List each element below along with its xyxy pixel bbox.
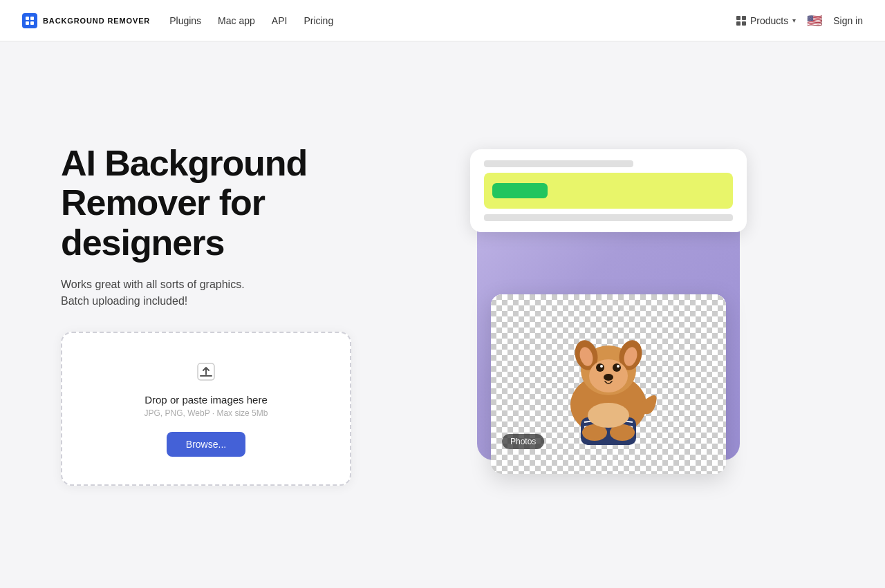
nav-link-plugins[interactable]: Plugins xyxy=(169,15,201,26)
logo-text: BACKGROUND REMOVER xyxy=(43,17,150,25)
logo-icon xyxy=(22,13,37,28)
ui-mockup-card xyxy=(470,149,747,232)
hero-visual: Photos xyxy=(477,170,740,460)
hero-subtitle: Works great with all sorts of graphics. … xyxy=(61,276,351,310)
svg-rect-3 xyxy=(30,21,34,25)
dog-image xyxy=(539,315,678,453)
right-section: Photos xyxy=(393,170,824,460)
ui-green-button xyxy=(492,183,548,198)
nav-right: Products ▾ 🇺🇸 Sign in xyxy=(736,13,863,28)
ui-bar-top xyxy=(484,160,633,167)
svg-rect-0 xyxy=(26,17,29,20)
nav-link-pricing[interactable]: Pricing xyxy=(304,15,333,26)
hero-title: AI Background Remover for designers xyxy=(61,144,351,263)
chevron-down-icon: ▾ xyxy=(792,17,796,24)
grid-icon xyxy=(736,16,746,26)
upload-format-text: JPG, PNG, WebP · Max size 5Mb xyxy=(79,408,333,418)
svg-point-16 xyxy=(604,374,613,381)
language-button[interactable]: 🇺🇸 xyxy=(807,13,822,28)
flag-icon: 🇺🇸 xyxy=(807,13,822,28)
upload-drop-text: Drop or paste images here xyxy=(79,394,333,406)
products-button[interactable]: Products ▾ xyxy=(736,15,796,26)
logo-link[interactable]: BACKGROUND REMOVER xyxy=(22,13,150,28)
svg-point-14 xyxy=(600,365,603,368)
upload-icon xyxy=(79,361,333,386)
svg-point-20 xyxy=(588,403,629,428)
nav-link-api[interactable]: API xyxy=(272,15,288,26)
nav-links: Plugins Mac app API Pricing xyxy=(169,15,333,27)
photos-label: Photos xyxy=(502,434,544,449)
ui-bar-bottom xyxy=(484,214,733,221)
products-label: Products xyxy=(750,15,788,26)
svg-rect-1 xyxy=(30,17,34,20)
svg-rect-2 xyxy=(26,21,29,25)
svg-point-12 xyxy=(596,363,604,372)
navbar: BACKGROUND REMOVER Plugins Mac app API P… xyxy=(0,0,885,41)
nav-left: BACKGROUND REMOVER Plugins Mac app API P… xyxy=(22,13,333,28)
sign-in-button[interactable]: Sign in xyxy=(833,15,863,26)
upload-area[interactable]: Drop or paste images here JPG, PNG, WebP… xyxy=(61,332,351,486)
main-content: AI Background Remover for designers Work… xyxy=(28,0,857,588)
svg-point-15 xyxy=(617,365,620,368)
left-section: AI Background Remover for designers Work… xyxy=(61,144,351,486)
svg-point-13 xyxy=(613,363,621,372)
ui-yellow-area xyxy=(484,173,733,209)
browse-button[interactable]: Browse... xyxy=(167,432,245,457)
nav-link-macapp[interactable]: Mac app xyxy=(218,15,255,26)
